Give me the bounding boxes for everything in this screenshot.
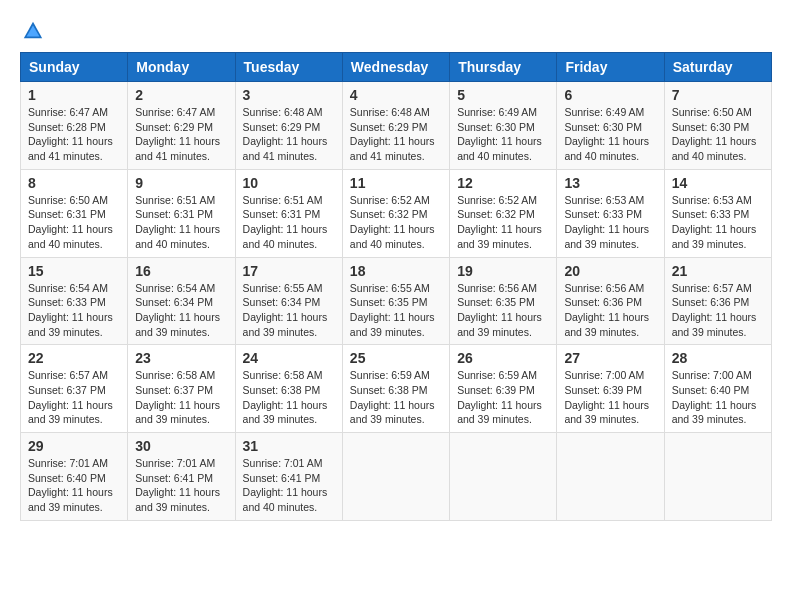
calendar-week-5: 29 Sunrise: 7:01 AM Sunset: 6:40 PM Dayl… xyxy=(21,433,772,521)
day-number: 2 xyxy=(135,87,227,103)
day-info: Sunrise: 6:48 AM Sunset: 6:29 PM Dayligh… xyxy=(243,105,335,164)
calendar-week-1: 1 Sunrise: 6:47 AM Sunset: 6:28 PM Dayli… xyxy=(21,82,772,170)
day-info: Sunrise: 6:50 AM Sunset: 6:31 PM Dayligh… xyxy=(28,193,120,252)
calendar-cell: 3 Sunrise: 6:48 AM Sunset: 6:29 PM Dayli… xyxy=(235,82,342,170)
calendar-cell: 12 Sunrise: 6:52 AM Sunset: 6:32 PM Dayl… xyxy=(450,169,557,257)
day-info: Sunrise: 6:58 AM Sunset: 6:37 PM Dayligh… xyxy=(135,368,227,427)
day-info: Sunrise: 6:51 AM Sunset: 6:31 PM Dayligh… xyxy=(135,193,227,252)
day-info: Sunrise: 6:51 AM Sunset: 6:31 PM Dayligh… xyxy=(243,193,335,252)
day-number: 7 xyxy=(672,87,764,103)
calendar-cell: 18 Sunrise: 6:55 AM Sunset: 6:35 PM Dayl… xyxy=(342,257,449,345)
calendar-cell xyxy=(664,433,771,521)
day-number: 25 xyxy=(350,350,442,366)
day-number: 17 xyxy=(243,263,335,279)
header-saturday: Saturday xyxy=(664,53,771,82)
calendar-cell: 14 Sunrise: 6:53 AM Sunset: 6:33 PM Dayl… xyxy=(664,169,771,257)
day-info: Sunrise: 7:01 AM Sunset: 6:40 PM Dayligh… xyxy=(28,456,120,515)
day-info: Sunrise: 6:57 AM Sunset: 6:37 PM Dayligh… xyxy=(28,368,120,427)
day-number: 6 xyxy=(564,87,656,103)
header-sunday: Sunday xyxy=(21,53,128,82)
calendar-cell: 31 Sunrise: 7:01 AM Sunset: 6:41 PM Dayl… xyxy=(235,433,342,521)
calendar-cell xyxy=(557,433,664,521)
header-monday: Monday xyxy=(128,53,235,82)
calendar-cell: 4 Sunrise: 6:48 AM Sunset: 6:29 PM Dayli… xyxy=(342,82,449,170)
day-info: Sunrise: 6:50 AM Sunset: 6:30 PM Dayligh… xyxy=(672,105,764,164)
day-number: 10 xyxy=(243,175,335,191)
header-tuesday: Tuesday xyxy=(235,53,342,82)
day-number: 1 xyxy=(28,87,120,103)
header-wednesday: Wednesday xyxy=(342,53,449,82)
day-number: 20 xyxy=(564,263,656,279)
day-number: 3 xyxy=(243,87,335,103)
day-number: 11 xyxy=(350,175,442,191)
calendar-cell: 24 Sunrise: 6:58 AM Sunset: 6:38 PM Dayl… xyxy=(235,345,342,433)
calendar-cell xyxy=(342,433,449,521)
day-number: 5 xyxy=(457,87,549,103)
day-number: 4 xyxy=(350,87,442,103)
day-info: Sunrise: 6:47 AM Sunset: 6:29 PM Dayligh… xyxy=(135,105,227,164)
day-info: Sunrise: 7:01 AM Sunset: 6:41 PM Dayligh… xyxy=(135,456,227,515)
day-info: Sunrise: 6:57 AM Sunset: 6:36 PM Dayligh… xyxy=(672,281,764,340)
calendar-cell: 28 Sunrise: 7:00 AM Sunset: 6:40 PM Dayl… xyxy=(664,345,771,433)
calendar-cell: 26 Sunrise: 6:59 AM Sunset: 6:39 PM Dayl… xyxy=(450,345,557,433)
day-number: 23 xyxy=(135,350,227,366)
day-info: Sunrise: 7:00 AM Sunset: 6:39 PM Dayligh… xyxy=(564,368,656,427)
calendar-cell: 20 Sunrise: 6:56 AM Sunset: 6:36 PM Dayl… xyxy=(557,257,664,345)
day-info: Sunrise: 6:53 AM Sunset: 6:33 PM Dayligh… xyxy=(564,193,656,252)
day-number: 30 xyxy=(135,438,227,454)
calendar-week-4: 22 Sunrise: 6:57 AM Sunset: 6:37 PM Dayl… xyxy=(21,345,772,433)
day-number: 22 xyxy=(28,350,120,366)
day-info: Sunrise: 6:56 AM Sunset: 6:36 PM Dayligh… xyxy=(564,281,656,340)
calendar-cell: 23 Sunrise: 6:58 AM Sunset: 6:37 PM Dayl… xyxy=(128,345,235,433)
calendar-week-3: 15 Sunrise: 6:54 AM Sunset: 6:33 PM Dayl… xyxy=(21,257,772,345)
calendar-cell: 29 Sunrise: 7:01 AM Sunset: 6:40 PM Dayl… xyxy=(21,433,128,521)
calendar-cell: 11 Sunrise: 6:52 AM Sunset: 6:32 PM Dayl… xyxy=(342,169,449,257)
calendar-cell: 5 Sunrise: 6:49 AM Sunset: 6:30 PM Dayli… xyxy=(450,82,557,170)
day-number: 9 xyxy=(135,175,227,191)
day-number: 26 xyxy=(457,350,549,366)
day-info: Sunrise: 6:52 AM Sunset: 6:32 PM Dayligh… xyxy=(457,193,549,252)
day-info: Sunrise: 6:49 AM Sunset: 6:30 PM Dayligh… xyxy=(457,105,549,164)
calendar-cell: 22 Sunrise: 6:57 AM Sunset: 6:37 PM Dayl… xyxy=(21,345,128,433)
logo-icon xyxy=(22,20,44,42)
calendar-cell: 13 Sunrise: 6:53 AM Sunset: 6:33 PM Dayl… xyxy=(557,169,664,257)
calendar-header-row: SundayMondayTuesdayWednesdayThursdayFrid… xyxy=(21,53,772,82)
day-info: Sunrise: 6:59 AM Sunset: 6:38 PM Dayligh… xyxy=(350,368,442,427)
day-number: 24 xyxy=(243,350,335,366)
calendar-cell: 30 Sunrise: 7:01 AM Sunset: 6:41 PM Dayl… xyxy=(128,433,235,521)
day-info: Sunrise: 6:49 AM Sunset: 6:30 PM Dayligh… xyxy=(564,105,656,164)
calendar-cell: 16 Sunrise: 6:54 AM Sunset: 6:34 PM Dayl… xyxy=(128,257,235,345)
day-number: 8 xyxy=(28,175,120,191)
calendar-cell: 8 Sunrise: 6:50 AM Sunset: 6:31 PM Dayli… xyxy=(21,169,128,257)
calendar-cell: 7 Sunrise: 6:50 AM Sunset: 6:30 PM Dayli… xyxy=(664,82,771,170)
day-number: 13 xyxy=(564,175,656,191)
calendar-cell: 17 Sunrise: 6:55 AM Sunset: 6:34 PM Dayl… xyxy=(235,257,342,345)
day-info: Sunrise: 6:55 AM Sunset: 6:34 PM Dayligh… xyxy=(243,281,335,340)
day-number: 31 xyxy=(243,438,335,454)
page-header xyxy=(20,20,772,42)
calendar-cell: 9 Sunrise: 6:51 AM Sunset: 6:31 PM Dayli… xyxy=(128,169,235,257)
day-info: Sunrise: 6:54 AM Sunset: 6:34 PM Dayligh… xyxy=(135,281,227,340)
day-info: Sunrise: 6:54 AM Sunset: 6:33 PM Dayligh… xyxy=(28,281,120,340)
calendar-cell: 1 Sunrise: 6:47 AM Sunset: 6:28 PM Dayli… xyxy=(21,82,128,170)
logo xyxy=(20,20,44,42)
day-info: Sunrise: 6:53 AM Sunset: 6:33 PM Dayligh… xyxy=(672,193,764,252)
day-number: 21 xyxy=(672,263,764,279)
calendar-cell: 15 Sunrise: 6:54 AM Sunset: 6:33 PM Dayl… xyxy=(21,257,128,345)
calendar-cell: 10 Sunrise: 6:51 AM Sunset: 6:31 PM Dayl… xyxy=(235,169,342,257)
calendar-week-2: 8 Sunrise: 6:50 AM Sunset: 6:31 PM Dayli… xyxy=(21,169,772,257)
day-number: 14 xyxy=(672,175,764,191)
calendar-cell: 2 Sunrise: 6:47 AM Sunset: 6:29 PM Dayli… xyxy=(128,82,235,170)
calendar-cell: 6 Sunrise: 6:49 AM Sunset: 6:30 PM Dayli… xyxy=(557,82,664,170)
day-info: Sunrise: 6:48 AM Sunset: 6:29 PM Dayligh… xyxy=(350,105,442,164)
calendar-cell: 27 Sunrise: 7:00 AM Sunset: 6:39 PM Dayl… xyxy=(557,345,664,433)
day-number: 12 xyxy=(457,175,549,191)
calendar-cell xyxy=(450,433,557,521)
day-number: 27 xyxy=(564,350,656,366)
header-friday: Friday xyxy=(557,53,664,82)
day-number: 19 xyxy=(457,263,549,279)
day-info: Sunrise: 6:47 AM Sunset: 6:28 PM Dayligh… xyxy=(28,105,120,164)
day-info: Sunrise: 6:58 AM Sunset: 6:38 PM Dayligh… xyxy=(243,368,335,427)
day-info: Sunrise: 6:52 AM Sunset: 6:32 PM Dayligh… xyxy=(350,193,442,252)
day-info: Sunrise: 6:55 AM Sunset: 6:35 PM Dayligh… xyxy=(350,281,442,340)
